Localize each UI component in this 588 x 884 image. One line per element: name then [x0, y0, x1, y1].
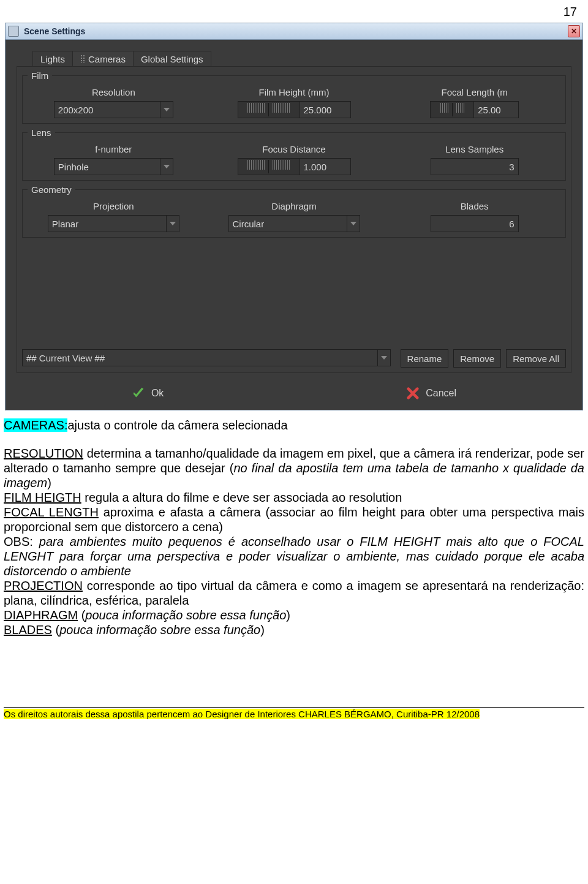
term-projection: PROJECTION: [4, 579, 83, 592]
doc-line-blades: BLADES (pouca informação sobre essa funç…: [4, 622, 584, 637]
chevron-down-icon[interactable]: [160, 158, 173, 175]
dropdown-value: Circular: [233, 219, 265, 229]
doc-text: (: [78, 608, 85, 622]
doc-line-projection: PROJECTION corresponde ao tipo virtual d…: [4, 578, 584, 608]
doc-text: ajusta o controle da câmera selecionada: [67, 418, 287, 432]
term-focal-length: FOCAL LENGTH: [4, 505, 99, 519]
tab-cameras[interactable]: Cameras: [72, 51, 134, 67]
doc-text: ): [47, 476, 51, 489]
term-cameras: CAMERAS:: [4, 418, 67, 432]
window-title: Scene Settings: [24, 26, 568, 36]
dropdown-value: Planar: [52, 219, 78, 229]
film-legend: Film: [28, 70, 52, 81]
remove-all-button[interactable]: Remove All: [506, 349, 566, 368]
doc-text-italic: pouca informação sobre essa função: [59, 623, 260, 637]
film-fieldset: Film Resolution 200x200 Film Height (mm): [22, 70, 566, 124]
doc-text: (: [52, 623, 59, 637]
lens-samples-label: Lens Samples: [445, 144, 503, 154]
footer-text: Os direitos autorais dessa apostila pert…: [4, 709, 480, 719]
dropdown-value: ## Current View ##: [26, 353, 105, 363]
term-blades: BLADES: [4, 623, 52, 637]
dropdown-value: 200x200: [58, 105, 94, 115]
doc-line-resolution: RESOLUTION determina a tamanho/qualidade…: [4, 446, 584, 490]
tab-label: Cameras: [88, 54, 126, 64]
doc-text-italic: para ambientes muito pequenos é aconselh…: [4, 535, 584, 578]
doc-text: ): [286, 608, 290, 622]
settings-window: Scene Settings ✕ Lights Cameras Global S…: [5, 23, 583, 410]
focus-distance-slider[interactable]: [238, 158, 300, 175]
rename-button[interactable]: Rename: [401, 349, 449, 368]
drag-grip-icon: [80, 55, 86, 63]
doc-text: corresponde ao tipo virtual da câmera e …: [4, 579, 584, 607]
lens-fieldset: Lens f-number Pinhole Focus Distance: [22, 127, 566, 181]
tab-lights[interactable]: Lights: [32, 51, 73, 67]
tab-label: Global Settings: [141, 54, 203, 64]
doc-line-obs: OBS: para ambientes muito pequenos é aco…: [4, 534, 584, 578]
film-height-label: Film Height (mm): [259, 87, 330, 97]
document-body: CAMERAS:ajusta o controle da câmera sele…: [0, 410, 588, 637]
check-icon: [132, 387, 145, 400]
doc-line-filmheight: FILM HEIGTH regula a altura do filme e d…: [4, 490, 584, 505]
blades-value[interactable]: 6: [431, 215, 519, 232]
diaphragm-label: Diaphragm: [271, 201, 316, 211]
tab-global-settings[interactable]: Global Settings: [133, 51, 211, 67]
focal-length-slider[interactable]: [430, 101, 473, 118]
doc-line-diaphragm: DIAPHRAGM (pouca informação sobre essa f…: [4, 608, 584, 622]
focal-length-value[interactable]: 25.00: [473, 101, 519, 118]
close-icon[interactable]: ✕: [568, 25, 580, 37]
resolution-label: Resolution: [92, 87, 135, 97]
geometry-fieldset: Geometry Projection Planar Diaphragm: [22, 184, 566, 238]
focus-distance-label: Focus Distance: [262, 144, 325, 154]
button-label: Cancel: [426, 388, 456, 399]
film-height-slider[interactable]: [238, 101, 300, 118]
window-icon: [8, 26, 19, 37]
lens-legend: Lens: [28, 127, 55, 138]
cross-icon: [406, 387, 420, 400]
doc-line-focal: FOCAL LENGTH aproxima e afasta a câmera …: [4, 505, 584, 534]
doc-text-italic: pouca informação sobre essa função: [85, 608, 286, 622]
titlebar: Scene Settings ✕: [6, 23, 582, 40]
page-number: 17: [0, 5, 588, 19]
doc-text: ): [260, 623, 265, 637]
fnumber-label: f-number: [95, 144, 132, 154]
cancel-button[interactable]: Cancel: [406, 387, 456, 400]
geometry-legend: Geometry: [28, 184, 75, 195]
focal-length-label: Focal Length (m: [441, 87, 507, 97]
lens-samples-value[interactable]: 3: [431, 158, 519, 175]
term-diaphragm: DIAPHRAGM: [4, 608, 78, 622]
resolution-dropdown[interactable]: 200x200: [54, 101, 160, 118]
current-view-dropdown[interactable]: ## Current View ##: [22, 349, 378, 366]
focus-distance-value[interactable]: 1.000: [300, 158, 351, 175]
ok-button[interactable]: Ok: [132, 387, 164, 400]
blades-label: Blades: [461, 201, 489, 211]
page-footer: Os direitos autorais dessa apostila pert…: [0, 705, 588, 722]
diaphragm-dropdown[interactable]: Circular: [228, 215, 347, 232]
chevron-down-icon[interactable]: [160, 101, 173, 118]
button-label: Ok: [151, 388, 164, 399]
film-height-value[interactable]: 25.000: [300, 101, 351, 118]
tab-label: Lights: [40, 54, 65, 64]
chevron-down-icon[interactable]: [167, 215, 179, 232]
fnumber-dropdown[interactable]: Pinhole: [54, 158, 160, 175]
chevron-down-icon[interactable]: [378, 349, 391, 366]
remove-button[interactable]: Remove: [453, 349, 501, 368]
doc-text: regula a altura do filme e deve ser asso…: [81, 491, 402, 504]
projection-dropdown[interactable]: Planar: [48, 215, 167, 232]
term-film-height: FILM HEIGTH: [4, 491, 81, 504]
chevron-down-icon[interactable]: [347, 215, 360, 232]
term-resolution: RESOLUTION: [4, 447, 83, 460]
dropdown-value: Pinhole: [58, 162, 89, 172]
projection-label: Projection: [93, 201, 134, 211]
doc-line-cameras: CAMERAS:ajusta o controle da câmera sele…: [4, 418, 584, 433]
doc-text: OBS:: [4, 535, 39, 548]
